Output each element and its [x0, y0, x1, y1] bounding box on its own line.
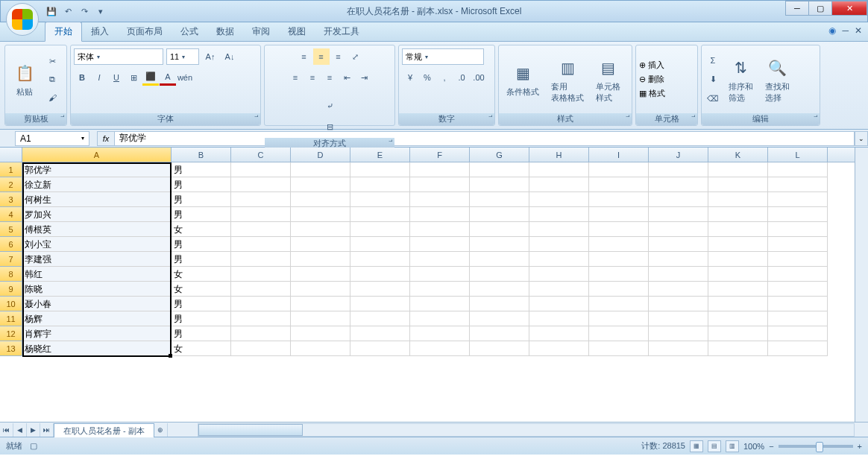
- cell[interactable]: [589, 177, 649, 192]
- cell[interactable]: 李建强: [22, 252, 172, 267]
- col-header-D[interactable]: D: [291, 148, 350, 162]
- increase-indent-icon[interactable]: ⇥: [356, 69, 372, 86]
- comma-icon[interactable]: ,: [436, 69, 453, 86]
- cell[interactable]: [291, 252, 350, 267]
- maximize-button[interactable]: ▢: [808, 1, 832, 16]
- row-header[interactable]: 7: [0, 252, 22, 267]
- cell[interactable]: [529, 267, 589, 282]
- view-normal-icon[interactable]: ▦: [690, 440, 703, 452]
- cell[interactable]: 刘小宝: [22, 237, 172, 252]
- col-header-I[interactable]: I: [589, 148, 649, 162]
- cell[interactable]: [410, 207, 470, 222]
- clear-icon[interactable]: ⌫: [705, 91, 721, 107]
- tab-formula[interactable]: 公式: [172, 22, 207, 41]
- cell[interactable]: 男: [172, 326, 231, 341]
- cell[interactable]: [589, 282, 649, 297]
- cell[interactable]: 徐立新: [22, 177, 172, 192]
- cell[interactable]: [708, 326, 768, 341]
- cell[interactable]: [708, 252, 768, 267]
- cell[interactable]: [708, 177, 768, 192]
- cell[interactable]: [231, 311, 291, 326]
- zoom-level[interactable]: 100%: [743, 442, 764, 451]
- cell[interactable]: [768, 162, 828, 177]
- orientation-icon[interactable]: ⤢: [347, 48, 364, 65]
- col-header-H[interactable]: H: [529, 148, 589, 162]
- cell[interactable]: [470, 192, 529, 207]
- row-header[interactable]: 9: [0, 282, 22, 297]
- cell[interactable]: [470, 207, 529, 222]
- cell[interactable]: [589, 162, 649, 177]
- cell[interactable]: [708, 311, 768, 326]
- close-workbook-icon[interactable]: ✕: [855, 25, 862, 36]
- cell[interactable]: [529, 282, 589, 297]
- cell[interactable]: [350, 326, 410, 341]
- cell[interactable]: [529, 222, 589, 237]
- cell[interactable]: [768, 177, 828, 192]
- row-header[interactable]: 4: [0, 207, 22, 222]
- increase-decimal-icon[interactable]: .0: [453, 69, 470, 86]
- cell[interactable]: [768, 192, 828, 207]
- cell[interactable]: [529, 192, 589, 207]
- align-right-icon[interactable]: ≡: [321, 69, 338, 86]
- cell[interactable]: [589, 207, 649, 222]
- cell[interactable]: 陈晓: [22, 282, 172, 297]
- cell[interactable]: [291, 222, 350, 237]
- sheet-nav-prev[interactable]: ◀: [13, 423, 27, 437]
- wrap-text-icon[interactable]: ⤶: [321, 98, 338, 114]
- col-header-E[interactable]: E: [350, 148, 410, 162]
- cell[interactable]: [708, 162, 768, 177]
- cell[interactable]: [529, 207, 589, 222]
- align-bottom-icon[interactable]: ≡: [330, 48, 347, 65]
- phonetic-button[interactable]: wén: [177, 69, 193, 86]
- cell[interactable]: [529, 326, 589, 341]
- cell[interactable]: 肖辉宇: [22, 326, 172, 341]
- cell[interactable]: [529, 297, 589, 311]
- select-all-corner[interactable]: [0, 148, 22, 162]
- cell[interactable]: 杨晓红: [22, 341, 172, 356]
- cell[interactable]: [708, 207, 768, 222]
- row-header[interactable]: 6: [0, 237, 22, 252]
- cell[interactable]: [470, 297, 529, 311]
- cell[interactable]: 男: [172, 311, 231, 326]
- cell[interactable]: [768, 297, 828, 311]
- sheet-nav-last[interactable]: ⏭: [40, 423, 54, 437]
- qat-more-icon[interactable]: ▾: [95, 5, 107, 17]
- cell[interactable]: [529, 237, 589, 252]
- cell[interactable]: [708, 341, 768, 356]
- minimize-button[interactable]: ─: [785, 1, 809, 16]
- expand-formula-icon[interactable]: ⌄: [855, 131, 868, 146]
- cell[interactable]: [470, 162, 529, 177]
- cell[interactable]: 男: [172, 252, 231, 267]
- align-middle-icon[interactable]: ≡: [313, 48, 330, 65]
- grid-body[interactable]: 1 郭优学 男 2 徐立新 男 3 何树生 男 4 罗加兴 男 5 傅根英 女 …: [0, 162, 855, 422]
- insert-cells-button[interactable]: ⊕插入: [639, 60, 665, 71]
- cut-icon[interactable]: ✂: [44, 54, 60, 70]
- cell[interactable]: [768, 341, 828, 356]
- cell[interactable]: [589, 297, 649, 311]
- row-header[interactable]: 13: [0, 341, 22, 356]
- bold-button[interactable]: B: [74, 69, 90, 86]
- row-header[interactable]: 3: [0, 192, 22, 207]
- row-header[interactable]: 11: [0, 311, 22, 326]
- cell[interactable]: [350, 237, 410, 252]
- table-format-button[interactable]: ▥套用 表格格式: [547, 54, 588, 105]
- row-header[interactable]: 5: [0, 222, 22, 237]
- tab-review[interactable]: 审阅: [243, 22, 279, 41]
- cell[interactable]: [589, 267, 649, 282]
- col-header-F[interactable]: F: [410, 148, 470, 162]
- cell[interactable]: [410, 297, 470, 311]
- cell[interactable]: [350, 267, 410, 282]
- cell[interactable]: [470, 341, 529, 356]
- cell[interactable]: [410, 237, 470, 252]
- number-format-combo[interactable]: 常规: [402, 48, 484, 65]
- col-header-K[interactable]: K: [708, 148, 768, 162]
- view-break-icon[interactable]: ▥: [726, 440, 739, 452]
- font-name-combo[interactable]: 宋体: [74, 48, 163, 65]
- cell[interactable]: [410, 222, 470, 237]
- cell[interactable]: [231, 341, 291, 356]
- row-header[interactable]: 12: [0, 326, 22, 341]
- tab-developer[interactable]: 开发工具: [315, 22, 368, 41]
- cell-styles-button[interactable]: ▤单元格 样式: [591, 54, 625, 105]
- cell[interactable]: [589, 192, 649, 207]
- copy-icon[interactable]: ⧉: [44, 72, 60, 88]
